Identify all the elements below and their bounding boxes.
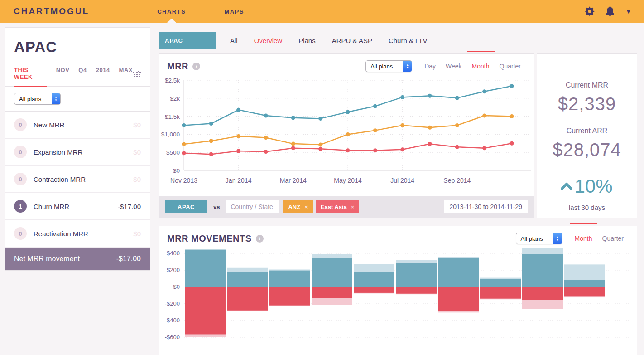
net-mrr-movement-row[interactable]: Net MRR movement -$17.00 — [5, 248, 150, 270]
chartmogul-logo[interactable]: CHARTMOGUL — [14, 6, 89, 16]
row-label: Churn MRR — [34, 203, 69, 210]
row-value: $0 — [133, 230, 141, 238]
count-badge: 0 — [14, 227, 27, 240]
sidebar-row-churn-mrr[interactable]: 1Churn MRR-$17.00 — [5, 193, 150, 220]
row-value: $0 — [133, 148, 141, 156]
mrr-movements-bar-chart: $400$200$0-$200-$400-$600 — [159, 247, 637, 355]
growth-stat: 10% — [537, 175, 637, 197]
count-badge: 1 — [14, 200, 27, 213]
close-icon[interactable]: × — [304, 204, 308, 210]
filter-chip-anz[interactable]: ANZ× — [283, 200, 312, 213]
row-label: Reactivation MRR — [34, 230, 88, 238]
count-badge: 0 — [14, 173, 27, 185]
view-tab-all[interactable]: All — [230, 37, 238, 44]
period-tab-week[interactable]: Week — [441, 60, 467, 73]
close-icon[interactable]: × — [351, 204, 355, 210]
count-badge: 0 — [14, 146, 27, 158]
svg-text:$400: $400 — [167, 250, 180, 257]
period-tab-month[interactable]: Month — [467, 60, 495, 73]
period-tab-quarter[interactable]: Quarter — [597, 232, 629, 245]
movements-plan-filter-select[interactable]: All plans ▲▼ — [516, 233, 562, 244]
view-tab-apac[interactable]: APAC — [159, 32, 216, 49]
chevron-up-down-icon: ▲▼ — [553, 233, 562, 244]
plan-filter-value: All plans — [14, 93, 52, 104]
nav-maps[interactable]: MAPS — [224, 0, 244, 23]
row-label: Expansion MRR — [34, 148, 82, 156]
mrr-plan-filter-select[interactable]: All plans ▲▼ — [365, 60, 412, 72]
svg-text:$1,000: $1,000 — [161, 131, 180, 138]
view-tab-plans[interactable]: Plans — [298, 37, 316, 44]
movements-card-header: MRR MOVEMENTS i All plans ▲▼ MonthQuarte… — [159, 226, 637, 247]
top-navigation: CHARTS MAPS — [157, 0, 283, 23]
range-tab-max[interactable]: MAX — [119, 63, 133, 86]
info-icon[interactable]: i — [192, 63, 200, 70]
svg-text:Nov 2013: Nov 2013 — [170, 177, 197, 184]
sidebar-row-expansion-mrr[interactable]: 0Expansion MRR$0 — [5, 139, 150, 166]
current-mrr-label: Current MRR — [537, 81, 637, 89]
mrr-line-chart: $0$500$1,000$1.5k$2k$2.5kNov 2013Jan 201… — [159, 74, 534, 196]
net-mrr-value: -$17.00 — [116, 255, 141, 263]
count-badge: 0 — [14, 118, 27, 131]
movements-period-tabs: MonthQuarter — [570, 232, 629, 245]
range-tab-2014[interactable]: 2014 — [96, 63, 110, 86]
movements-plan-filter-value: All plans — [516, 233, 553, 244]
sidebar-row-new-mrr[interactable]: 0New MRR$0 — [5, 112, 150, 139]
svg-text:-$600: -$600 — [165, 334, 180, 340]
segment-apac-button[interactable]: APAC — [165, 200, 207, 213]
sidebar-row-contraction-mrr[interactable]: 0Contraction MRR$0 — [5, 166, 150, 193]
range-tab-q4[interactable]: Q4 — [78, 63, 87, 86]
topbar: CHARTMOGUL CHARTS MAPS ▼ — [0, 0, 644, 23]
period-tab-day[interactable]: Day — [419, 60, 441, 73]
row-value: $0 — [133, 121, 141, 129]
row-value: -$17.00 — [118, 203, 141, 210]
current-stats-card: Current MRR $2,339 Current ARR $28,074 1… — [537, 53, 637, 218]
svg-text:$500: $500 — [166, 149, 180, 156]
segment-filter-bar: APAC vs ANZ×East Asia× 2013-11-30 to 201… — [159, 196, 534, 218]
range-tab-nov[interactable]: NOV — [56, 63, 70, 86]
period-tab-quarter[interactable]: Quarter — [495, 60, 526, 73]
growth-caption: last 30 days — [537, 204, 637, 211]
active-nav-pointer — [167, 19, 176, 23]
row-label: Contraction MRR — [34, 175, 86, 183]
view-tab-churn-ltv[interactable]: Churn & LTV — [389, 37, 428, 44]
mrr-plan-filter-value: All plans — [366, 61, 403, 72]
view-tab-overview[interactable]: Overview — [254, 37, 283, 44]
range-tab-this-week[interactable]: THIS WEEK — [14, 63, 47, 87]
view-tab-arpu-asp[interactable]: ARPU & ASP — [332, 37, 372, 44]
info-icon[interactable]: i — [256, 235, 264, 243]
country-state-input[interactable] — [226, 200, 279, 213]
nav-maps-label: MAPS — [224, 8, 244, 15]
main-content: APACAllOverviewPlansARPU & ASPChurn & LT… — [159, 27, 637, 355]
page-body: APAC THIS WEEKNOVQ42014MAX All plans ▲▼ … — [0, 23, 644, 355]
mrr-movements-card: MRR MOVEMENTS i All plans ▲▼ MonthQuarte… — [159, 226, 637, 355]
svg-text:$2.5k: $2.5k — [165, 77, 180, 84]
growth-value: 10% — [574, 175, 612, 197]
svg-text:$0: $0 — [173, 283, 180, 290]
bell-icon[interactable] — [606, 6, 615, 16]
svg-text:Mar 2014: Mar 2014 — [280, 177, 307, 184]
row-value: $0 — [133, 175, 141, 183]
nav-charts[interactable]: CHARTS — [157, 0, 186, 23]
svg-text:-$400: -$400 — [165, 317, 180, 324]
date-range-tabs: THIS WEEKNOVQ42014MAX — [5, 63, 150, 87]
sidebar-row-reactivation-mrr[interactable]: 0Reactivation MRR$0 — [5, 220, 150, 248]
calendar-icon[interactable] — [133, 71, 141, 79]
svg-text:Jan 2014: Jan 2014 — [226, 177, 252, 184]
svg-text:Jul 2014: Jul 2014 — [390, 177, 414, 184]
caret-down-icon[interactable]: ▼ — [625, 8, 631, 15]
chevron-up-down-icon: ▲▼ — [403, 61, 412, 72]
svg-text:$0: $0 — [173, 167, 180, 174]
date-range-picker[interactable]: 2013-11-30 to 2014-11-29 — [444, 200, 528, 213]
movements-title-text: MRR MOVEMENTS — [167, 233, 252, 244]
filter-chip-east-asia[interactable]: East Asia× — [316, 200, 360, 213]
sidebar-plan-filter-row: All plans ▲▼ — [5, 87, 150, 112]
segment-chips: ANZ×East Asia× — [283, 200, 359, 213]
period-tab-month[interactable]: Month — [570, 232, 597, 245]
current-arr-value: $28,074 — [537, 140, 637, 160]
plan-filter-select[interactable]: All plans ▲▼ — [14, 93, 61, 105]
date-range-tab-list: THIS WEEKNOVQ42014MAX — [14, 63, 133, 86]
gear-icon[interactable] — [585, 6, 595, 16]
vs-label: vs — [211, 204, 221, 210]
mrr-title-text: MRR — [167, 61, 188, 72]
svg-text:$200: $200 — [167, 267, 180, 273]
